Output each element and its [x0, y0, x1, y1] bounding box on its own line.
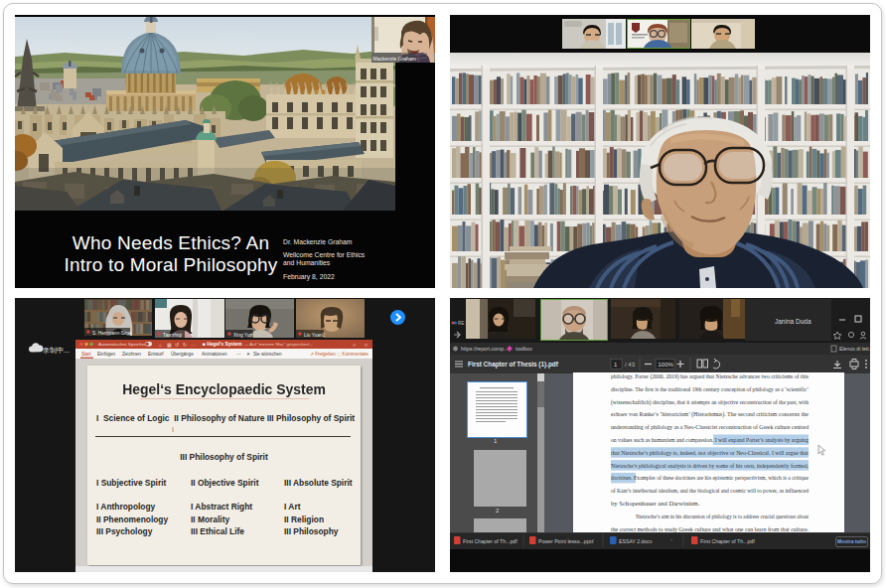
svg-text:ˇ: ˇ: [516, 538, 517, 544]
svg-text:ˇ: ˇ: [753, 538, 755, 544]
svg-text:doctrines. Examples of these d: doctrines. Examples of these doctrines a…: [611, 474, 809, 481]
svg-text:ˇ: ˇ: [592, 538, 594, 544]
svg-text:☺: ☺: [364, 342, 369, 348]
svg-text:First Chapter of Th...pdf: First Chapter of Th...pdf: [463, 538, 517, 544]
svg-text:that Nietzsche’s philology is,: that Nietzsche’s philology is, indeed, n…: [611, 449, 809, 456]
svg-text:ˇ: ˇ: [670, 538, 672, 544]
svg-text:Xing Yuzi: Xing Yuzi: [233, 333, 253, 338]
svg-text:录制中...: 录制中...: [43, 347, 70, 355]
svg-text:▦: ▦: [167, 342, 172, 348]
svg-text:on values such as humanism and: on values such as humanism and compassio…: [611, 436, 810, 443]
svg-text:Entwurf: Entwurf: [148, 352, 164, 357]
svg-text:(wissenschaftlich) discipline,: (wissenschaftlich) discipline, that it a…: [611, 398, 810, 406]
svg-text:Liu Yuan1: Liu Yuan1: [304, 333, 326, 338]
svg-text:Automatisches Speichern: Automatisches Speichern: [98, 342, 148, 347]
svg-text:↺: ↺: [175, 342, 179, 348]
svg-text:Einfügen: Einfügen: [97, 352, 116, 357]
svg-text:First Chapter of Th...pdf: First Chapter of Th...pdf: [700, 538, 755, 544]
svg-text:☀: ☀: [246, 352, 250, 357]
svg-text:echoes von Ranke’s ‘historicis: echoes von Ranke’s ‘historicism’ (Histor…: [611, 410, 809, 418]
svg-text:understanding of philology as: understanding of philology as a Neo-Clas…: [611, 423, 810, 430]
svg-text:…: …: [191, 341, 196, 347]
svg-text:■ Hegel's System: ■ Hegel's System: [203, 342, 242, 347]
svg-text:S. Herrmann-Sinai: S. Herrmann-Sinai: [92, 331, 131, 336]
svg-text:⌂: ⌂: [159, 342, 162, 348]
svg-text:Mackenzie Graham: Mackenzie Graham: [373, 56, 416, 62]
svg-text:Tao zhiqi: Tao zhiqi: [163, 333, 182, 338]
svg-text:Nietzsche’s philological analy: Nietzsche’s philological analysis is dri…: [611, 462, 809, 469]
svg-text:Nietzsche’s aim in his discuss: Nietzsche’s aim in his discussion of phi…: [636, 513, 809, 519]
svg-text:Sie wünschen: Sie wünschen: [253, 352, 282, 357]
svg-text:⬚ Kommentare: ⬚ Kommentare: [337, 352, 369, 357]
svg-text:of Kant’s intellectual idealis: of Kant’s intellectual idealism, and the…: [611, 487, 810, 494]
svg-text:— Auf “meinem Mac” gespeichert: — Auf “meinem Mac” gespeichert –: [244, 342, 313, 347]
svg-text:Start: Start: [81, 352, 91, 357]
svg-text:Power Point lesso...pptx: Power Point lesso...pptx: [538, 538, 594, 544]
svg-text:ESSAY 2.docx: ESSAY 2.docx: [619, 538, 653, 544]
svg-text:by Schopenhauer and Darwinism.: by Schopenhauer and Darwinism.: [611, 500, 700, 507]
svg-text:discipline. The first is the t: discipline. The first is the traditional…: [611, 385, 809, 392]
svg-text:philology. Porter (2000, 2019): philology. Porter (2000, 2019) has argue…: [611, 372, 809, 380]
svg-text:Übergänge: Übergänge: [171, 351, 194, 357]
svg-text:⌕: ⌕: [353, 342, 356, 348]
svg-text:Zeichnen: Zeichnen: [122, 352, 141, 357]
svg-text:↗ Freigeben: ↗ Freigeben: [310, 352, 336, 357]
svg-text:Animationen: Animationen: [202, 352, 227, 357]
svg-text:—: —: [236, 352, 241, 357]
svg-text:↻: ↻: [183, 342, 187, 348]
